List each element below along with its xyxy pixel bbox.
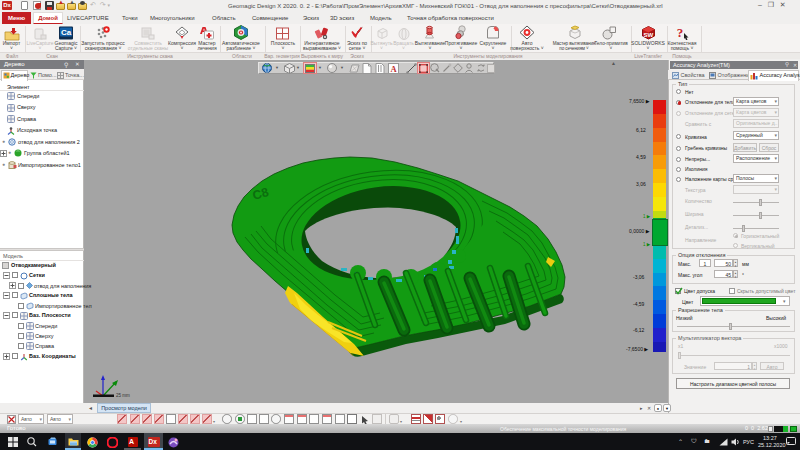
svg-text:A: A	[390, 63, 397, 73]
svg-text:SW: SW	[643, 32, 653, 38]
svg-text:Ca: Ca	[61, 28, 72, 37]
svg-text:?: ?	[677, 25, 684, 40]
